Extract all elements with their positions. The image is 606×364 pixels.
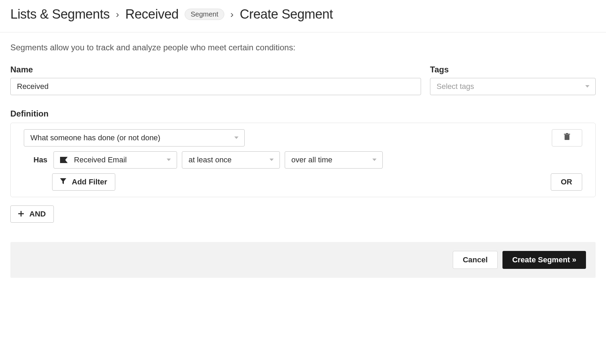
and-label: AND (29, 210, 46, 219)
definition-box: What someone has done (or not done) (10, 123, 596, 197)
create-segment-button[interactable]: Create Segment » (502, 251, 586, 269)
plus-icon (18, 210, 24, 219)
intro-text: Segments allow you to track and analyze … (10, 43, 596, 52)
tags-select[interactable]: Select tags (430, 78, 596, 95)
chevron-right-icon: › (231, 9, 234, 20)
caret-down-icon (585, 85, 590, 88)
caret-down-icon (166, 158, 171, 162)
frequency-value: at least once (188, 155, 232, 164)
svg-rect-4 (18, 213, 24, 214)
condition-type-select[interactable]: What someone has done (or not done) (24, 129, 245, 146)
or-label: OR (561, 178, 572, 186)
definition-label: Definition (10, 109, 596, 119)
tags-placeholder: Select tags (437, 82, 474, 91)
action-select[interactable]: Received Email (53, 151, 177, 169)
cancel-button[interactable]: Cancel (453, 251, 498, 269)
breadcrumb-root[interactable]: Lists & Segments (10, 7, 110, 22)
segment-badge: Segment (185, 9, 224, 20)
filter-icon (60, 178, 66, 186)
or-button[interactable]: OR (551, 173, 582, 191)
flag-icon (60, 157, 68, 163)
caret-down-icon (234, 136, 239, 140)
footer-bar: Cancel Create Segment » (10, 242, 596, 278)
name-label: Name (10, 65, 421, 74)
breadcrumb: Lists & Segments › Received Segment › Cr… (0, 0, 606, 32)
caret-down-icon (372, 158, 377, 162)
svg-rect-0 (565, 135, 569, 140)
tags-label: Tags (430, 65, 596, 74)
delete-condition-button[interactable] (552, 129, 582, 146)
frequency-select[interactable]: at least once (182, 151, 280, 169)
condition-type-value: What someone has done (or not done) (30, 133, 160, 142)
breadcrumb-parent[interactable]: Received (125, 7, 178, 22)
add-filter-label: Add Filter (72, 178, 107, 186)
breadcrumb-current: Create Segment (240, 7, 333, 22)
add-filter-button[interactable]: Add Filter (52, 173, 115, 191)
trash-icon (564, 133, 570, 143)
caret-down-icon (269, 158, 274, 162)
has-label: Has (33, 155, 47, 164)
name-input[interactable] (10, 78, 421, 95)
svg-rect-2 (566, 133, 568, 134)
action-value: Received Email (74, 155, 127, 164)
timeframe-value: over all time (291, 155, 332, 164)
timeframe-select[interactable]: over all time (285, 151, 383, 169)
and-button[interactable]: AND (10, 205, 54, 223)
chevron-right-icon: › (116, 9, 119, 20)
